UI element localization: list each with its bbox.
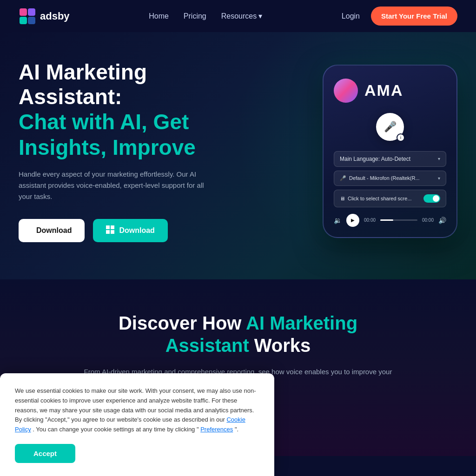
svg-rect-1 — [28, 8, 35, 16]
time-end: 00:00 — [422, 218, 434, 223]
phone-mic-area: 🎤 i — [334, 113, 446, 141]
time-start: 00:00 — [364, 218, 376, 223]
cookie-banner: We use essential cookies to make our sit… — [0, 373, 274, 476]
logo-text: adsby — [40, 10, 70, 22]
trial-button[interactable]: Start Your Free Trial — [371, 7, 457, 26]
hero-buttons: Download Download — [19, 219, 251, 242]
svg-rect-4 — [106, 225, 110, 229]
hero-description: Handle every aspect of your marketing ef… — [19, 169, 214, 202]
microphone-icon: 🎤 — [384, 121, 397, 133]
chevron-down-icon: ▾ — [438, 176, 440, 181]
svg-rect-3 — [28, 17, 35, 24]
screen-share-toggle[interactable] — [423, 194, 440, 203]
mic-small-icon: 🎤 — [340, 175, 346, 181]
hero-title-main: AI Marketing Assistant: — [19, 60, 251, 109]
chevron-down-icon: ▾ — [258, 12, 262, 20]
logo[interactable]: adsby — [19, 7, 70, 25]
info-badge: i — [397, 133, 405, 142]
audio-progress-bar[interactable] — [380, 219, 417, 221]
windows-icon — [106, 225, 114, 236]
svg-rect-6 — [106, 230, 110, 234]
svg-rect-5 — [111, 225, 114, 229]
svg-rect-0 — [20, 8, 27, 16]
audio-player: 🔉 ▶ 00:00 00:00 🔊 — [334, 214, 446, 227]
nav-item-home[interactable]: Home — [149, 12, 169, 20]
nav-right: Login Start Your Free Trial — [342, 7, 457, 26]
screen-share-dropdown[interactable]: 🖥 Click to select shared scre... — [334, 190, 446, 207]
phone-mockup: AMA 🎤 i Main Language: Auto-Detect ▾ 🎤 D… — [323, 65, 457, 238]
download-apple-button[interactable]: Download — [19, 219, 85, 242]
login-link[interactable]: Login — [342, 12, 360, 20]
hero-section: AI Marketing Assistant: Chat with AI, Ge… — [0, 32, 476, 279]
discover-title: Discover How AI Marketing Assistant Work… — [19, 312, 457, 357]
svg-rect-2 — [20, 17, 27, 24]
play-button[interactable]: ▶ — [346, 214, 359, 227]
mic-button[interactable]: 🎤 i — [376, 113, 404, 141]
download-windows-button[interactable]: Download — [93, 219, 167, 242]
preferences-link[interactable]: Preferences — [200, 426, 233, 433]
hero-content: AI Marketing Assistant: Chat with AI, Ge… — [19, 60, 251, 242]
avatar — [334, 79, 358, 103]
hero-title-teal: Chat with AI, Get Insights, Improve — [19, 109, 251, 160]
navbar: adsby Home Pricing Resources ▾ Login Sta… — [0, 0, 476, 32]
volume-up-icon: 🔊 — [438, 217, 446, 224]
language-dropdown[interactable]: Main Language: Auto-Detect ▾ — [334, 151, 446, 167]
volume-down-icon: 🔉 — [334, 217, 342, 224]
logo-icon — [19, 7, 36, 25]
nav-item-resources[interactable]: Resources ▾ — [221, 12, 262, 20]
svg-rect-7 — [111, 230, 114, 234]
screen-icon: 🖥 — [340, 196, 345, 201]
cookie-text: We use essential cookies to make our sit… — [15, 386, 259, 435]
audio-progress-fill — [380, 219, 393, 221]
microphone-dropdown[interactable]: 🎤 Default - Mikrofon (Realtek(R... ▾ — [334, 171, 446, 186]
phone-app-name: AMA — [364, 81, 403, 99]
chevron-down-icon: ▾ — [438, 156, 440, 161]
phone-header: AMA — [334, 79, 446, 103]
nav-links: Home Pricing Resources ▾ — [149, 12, 262, 20]
accept-button[interactable]: Accept — [15, 444, 75, 463]
nav-item-pricing[interactable]: Pricing — [184, 12, 206, 20]
